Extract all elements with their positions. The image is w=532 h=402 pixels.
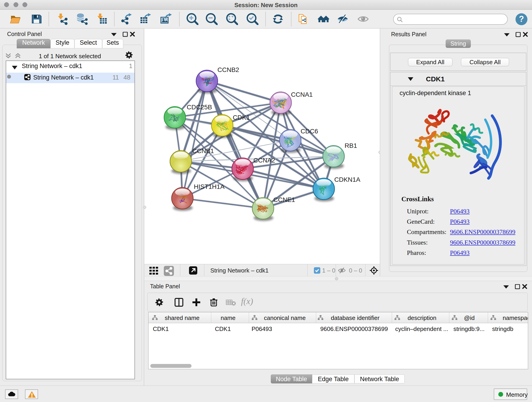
- svg-text:CCNA1: CCNA1: [291, 91, 313, 98]
- svg-text:CDKN1A: CDKN1A: [334, 176, 360, 183]
- svg-text:CCNE1: CCNE1: [273, 196, 295, 203]
- svg-text:CCNB2: CCNB2: [217, 66, 239, 73]
- svg-text:CDC25B: CDC25B: [187, 104, 212, 111]
- svg-text:HIST1H1A: HIST1H1A: [194, 183, 225, 190]
- svg-text:CCNB1: CCNB1: [192, 147, 214, 154]
- svg-text:CCNA2: CCNA2: [253, 157, 275, 164]
- svg-text:RB1: RB1: [345, 142, 357, 149]
- svg-text:CDC6: CDC6: [301, 128, 318, 135]
- svg-text:CDK1: CDK1: [233, 114, 250, 121]
